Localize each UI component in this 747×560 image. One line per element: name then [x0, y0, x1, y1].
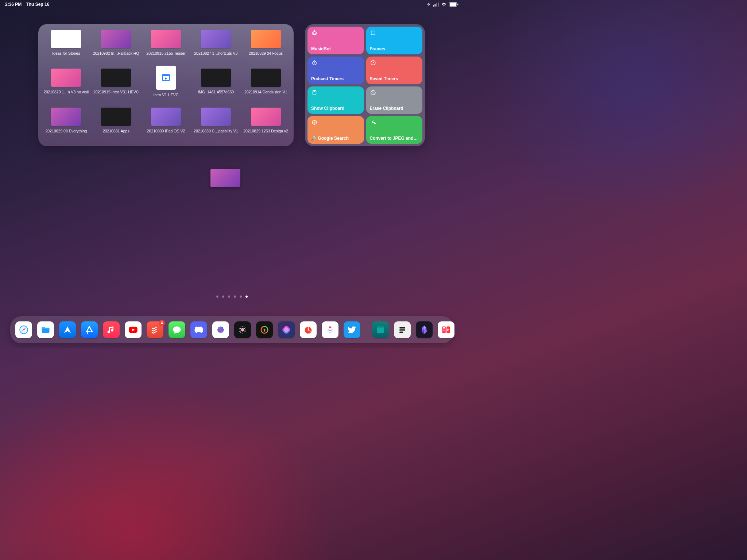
file-label: 20210829 1…n V3 no wall [44, 90, 89, 94]
svg-rect-63 [443, 330, 445, 331]
dock-app-shortcuts[interactable] [278, 321, 295, 338]
dock-app-discord[interactable] [190, 321, 207, 338]
svg-point-42 [244, 331, 245, 331]
clipboard-icon [311, 89, 318, 96]
square-icon [370, 30, 376, 36]
file-label: 20210829 1253 Design v2 [243, 129, 288, 133]
dock-app-spark[interactable] [59, 321, 76, 338]
file-label: 20210829 04 Focus [249, 51, 283, 55]
dock-app-messages[interactable] [169, 321, 185, 338]
globe-icon [311, 119, 318, 125]
svg-rect-0 [433, 5, 434, 7]
svg-point-41 [244, 328, 245, 329]
page-dot[interactable] [234, 296, 236, 298]
battery-icon [449, 2, 458, 7]
shortcut-label: Frames [370, 46, 419, 51]
dock-app-files[interactable] [37, 321, 54, 338]
shortcut-tile-show-clipboard[interactable]: Show Clipboard [307, 86, 364, 114]
page-dot[interactable] [216, 296, 218, 298]
page-dot[interactable] [245, 296, 248, 298]
file-item[interactable]: 20210829 04 Focus [241, 30, 291, 66]
svg-rect-62 [443, 329, 445, 329]
shortcut-tile-saved-timers[interactable]: Saved Timers [366, 57, 423, 84]
file-item[interactable]: Ideas for Stories [41, 30, 91, 66]
file-item[interactable]: Intro V1 HEVC [141, 69, 191, 104]
file-item[interactable]: 20210915 2155 Teaser [141, 30, 191, 66]
shortcut-tile-erase-clipboard[interactable]: Erase Clipboard [366, 86, 423, 114]
svg-rect-55 [377, 327, 384, 328]
file-label: 20210829 08 Everything [45, 129, 87, 133]
file-item[interactable]: 20210829 08 Everything [41, 108, 91, 143]
files-widget[interactable]: Ideas for Stories20210902 In…Fallback HQ… [38, 24, 294, 146]
shortcut-tile--google-search[interactable]: 🔎 Google Search [307, 116, 364, 144]
shortcut-tile-musicbot[interactable]: MusicBot [307, 27, 364, 54]
svg-rect-18 [314, 90, 316, 91]
file-item[interactable]: 20210914 Conclusion V1 [241, 69, 291, 104]
page-indicator[interactable] [216, 296, 248, 298]
svg-point-39 [241, 328, 244, 331]
file-thumbnail [151, 108, 181, 126]
page-dot[interactable] [228, 296, 230, 298]
dragged-file-thumbnail[interactable] [210, 169, 240, 187]
dock-app-obsidian[interactable] [416, 321, 433, 338]
svg-point-52 [330, 330, 332, 331]
dock-app-safari[interactable] [15, 321, 32, 338]
dock-app-drafts[interactable] [394, 321, 411, 338]
file-item[interactable]: 20210829 1253 Design v2 [241, 108, 291, 143]
file-item[interactable]: 20210915 Intro V31 HEVC [91, 69, 141, 104]
file-thumbnail [251, 108, 281, 126]
status-icons [426, 2, 458, 7]
shortcut-tile-convert-to-jpeg-and-c-[interactable]: Convert to JPEG and C… [366, 116, 423, 144]
shortcut-label: Erase Clipboard [370, 106, 419, 111]
svg-rect-1 [434, 4, 436, 6]
file-thumbnail [201, 108, 231, 126]
shortcut-tile-frames[interactable]: Frames [366, 27, 423, 54]
file-item[interactable]: 20210902 In…Fallback HQ [91, 30, 141, 66]
file-item[interactable]: 20210830 iPad OS V2 [141, 108, 191, 143]
dock-app-hue[interactable] [234, 321, 251, 338]
shortcuts-widget[interactable]: MusicBotFramesPodcast TimersSaved Timers… [305, 24, 425, 146]
page-dot[interactable] [240, 296, 242, 298]
svg-marker-9 [165, 77, 167, 80]
file-label: 20210915 2155 Teaser [146, 51, 185, 55]
svg-rect-5 [450, 3, 456, 6]
file-label: 20210830 C…patibility V1 [194, 129, 238, 133]
nope-icon [370, 89, 376, 96]
file-item[interactable]: IMG_1481 4557d659 [191, 69, 241, 104]
location-icon [426, 2, 431, 7]
file-label: IMG_1481 4557d659 [198, 90, 234, 94]
dock-app-split[interactable] [438, 321, 454, 338]
dock-app-photos[interactable] [212, 321, 229, 338]
dock-app-music[interactable] [103, 321, 120, 338]
shortcut-label: Saved Timers [370, 76, 419, 81]
shortcut-tile-podcast-timers[interactable]: Podcast Timers [307, 57, 364, 84]
file-item[interactable]: 20210829 1…n V3 no wall [41, 69, 91, 104]
svg-rect-57 [399, 329, 405, 331]
svg-point-43 [240, 331, 241, 331]
file-item[interactable]: 20210831 Apps [91, 108, 141, 143]
wifi-icon [441, 2, 447, 7]
svg-point-40 [240, 328, 241, 329]
dock-app-twitter[interactable] [344, 321, 360, 338]
svg-rect-2 [436, 3, 437, 6]
page-dot[interactable] [222, 296, 224, 298]
dock-app-todoist[interactable]: 4 [147, 321, 163, 338]
svg-rect-53 [329, 327, 332, 328]
dock-app-bot[interactable] [322, 321, 338, 338]
file-item[interactable]: 20210827 1…hortcuts V3 [191, 30, 241, 66]
dock-app-appstore[interactable] [81, 321, 98, 338]
file-label: 20210831 Apps [103, 129, 129, 133]
shortcut-label: MusicBot [311, 46, 360, 51]
svg-rect-14 [371, 31, 375, 35]
dock-app-timer[interactable] [300, 321, 317, 338]
dock-app-auth[interactable] [256, 321, 273, 338]
dock-app-youtube[interactable] [125, 321, 142, 338]
wrench-icon [370, 119, 376, 125]
robot-icon [311, 30, 318, 36]
clock-icon [311, 59, 318, 66]
svg-point-51 [329, 330, 330, 331]
dock-app-craft[interactable] [372, 321, 389, 338]
file-item[interactable]: 20210830 C…patibility V1 [191, 108, 241, 143]
file-thumbnail [156, 66, 176, 90]
file-thumbnail [151, 30, 181, 48]
